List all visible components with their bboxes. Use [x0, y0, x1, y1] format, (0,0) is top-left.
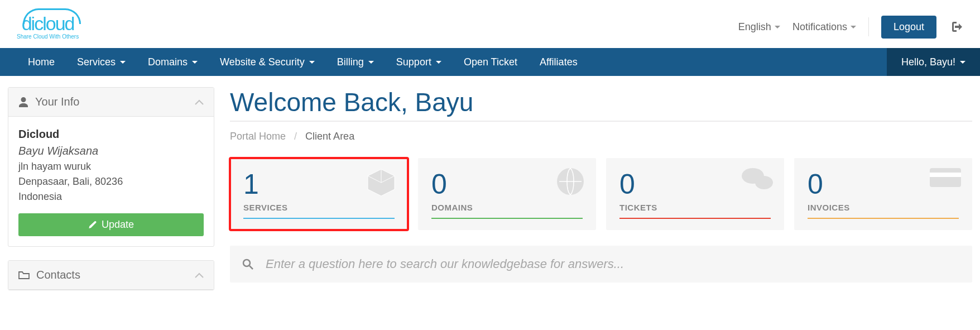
info-addr2: Denpasaar, Bali, 80236 — [18, 176, 123, 187]
your-info-header[interactable]: Your Info — [8, 88, 214, 117]
stat-tickets[interactable]: 0 TICKETS — [606, 158, 784, 230]
stat-services[interactable]: 1 SERVICES — [230, 158, 408, 230]
nav-user-dropdown[interactable]: Hello, Bayu! — [887, 48, 980, 76]
sign-out-icon[interactable] — [949, 20, 963, 34]
folder-icon — [18, 271, 30, 280]
user-icon — [18, 97, 28, 108]
stat-services-bar — [243, 218, 395, 219]
nav-support[interactable]: Support — [385, 48, 453, 76]
caret-down-icon — [436, 61, 441, 64]
kb-search — [230, 246, 972, 283]
info-name: Bayu Wijaksana — [18, 145, 98, 157]
notifications-dropdown[interactable]: Notifications — [792, 21, 856, 33]
notifications-label: Notifications — [792, 21, 847, 33]
your-info-title: Your Info — [35, 95, 79, 108]
stat-domains-bar — [431, 218, 583, 219]
stat-domains-label: DOMAINS — [431, 203, 583, 212]
pencil-icon — [88, 221, 97, 229]
chevron-up-icon — [195, 272, 204, 278]
caret-down-icon — [192, 61, 198, 64]
nav-left: Home Services Domains Website & Security… — [0, 48, 589, 76]
your-info-body: Dicloud Bayu Wijaksana jln hayam wuruk D… — [8, 117, 214, 213]
update-button[interactable]: Update — [18, 213, 204, 236]
nav-services[interactable]: Services — [66, 48, 137, 76]
stat-tickets-label: TICKETS — [619, 203, 771, 212]
title-divider — [230, 121, 972, 122]
stats-row: 1 SERVICES 0 DOMAINS 0 TICKETS — [230, 158, 972, 230]
search-icon — [242, 259, 253, 270]
stat-invoices-label: INVOICES — [808, 203, 959, 212]
page-container: Your Info Dicloud Bayu Wijaksana jln hay… — [0, 76, 980, 290]
credit-card-icon — [929, 166, 962, 189]
caret-down-icon — [851, 26, 856, 28]
topbar-right: English Notifications Logout — [738, 16, 963, 39]
caret-down-icon — [120, 61, 126, 64]
info-company: Dicloud — [18, 128, 59, 140]
chevron-up-icon — [195, 99, 204, 105]
svg-point-2 — [755, 176, 773, 189]
nav-domains[interactable]: Domains — [137, 48, 209, 76]
nav-services-label: Services — [77, 56, 116, 68]
nav-affiliates-label: Affiliates — [540, 56, 578, 68]
caret-down-icon — [309, 61, 315, 64]
info-addr3: Indonesia — [18, 191, 62, 202]
stat-tickets-bar — [619, 218, 771, 219]
stat-services-label: SERVICES — [243, 203, 395, 212]
logout-button[interactable]: Logout — [881, 16, 936, 39]
svg-rect-3 — [930, 168, 961, 187]
svg-rect-4 — [930, 173, 961, 177]
stat-invoices-bar — [808, 218, 959, 219]
breadcrumb: Portal Home / Client Area — [230, 131, 972, 142]
main-content: Welcome Back, Bayu Portal Home / Client … — [230, 87, 972, 290]
language-label: English — [738, 21, 771, 33]
nav-user-label: Hello, Bayu! — [901, 56, 955, 68]
logo-tagline: Share Cloud With Others — [17, 34, 79, 40]
update-label: Update — [102, 219, 134, 231]
topbar: dicloud Share Cloud With Others English … — [0, 0, 980, 48]
nav-support-label: Support — [396, 56, 431, 68]
svg-point-5 — [243, 260, 250, 266]
svg-line-6 — [249, 266, 253, 269]
logo-cloud-arc-icon — [23, 8, 81, 24]
breadcrumb-root[interactable]: Portal Home — [230, 131, 286, 142]
comments-icon — [741, 166, 774, 193]
contacts-panel: Contacts — [8, 260, 214, 290]
nav-home[interactable]: Home — [17, 48, 66, 76]
nav-open-ticket-label: Open Ticket — [464, 56, 517, 68]
language-dropdown[interactable]: English — [738, 21, 780, 33]
logo[interactable]: dicloud Share Cloud With Others — [17, 14, 79, 40]
stat-domains[interactable]: 0 DOMAINS — [418, 158, 596, 230]
caret-down-icon — [368, 61, 374, 64]
cube-icon — [364, 166, 398, 199]
nav-website-security[interactable]: Website & Security — [209, 48, 326, 76]
contacts-title: Contacts — [36, 269, 80, 281]
breadcrumb-active: Client Area — [305, 131, 354, 142]
sidebar: Your Info Dicloud Bayu Wijaksana jln hay… — [8, 87, 214, 290]
stat-invoices[interactable]: 0 INVOICES — [794, 158, 972, 230]
info-addr1: jln hayam wuruk — [18, 161, 91, 172]
nav-domains-label: Domains — [148, 56, 188, 68]
main-nav: Home Services Domains Website & Security… — [0, 48, 980, 76]
nav-billing-label: Billing — [337, 56, 364, 68]
logout-label: Logout — [893, 21, 924, 32]
globe-icon — [555, 166, 586, 197]
nav-billing[interactable]: Billing — [326, 48, 385, 76]
nav-website-security-label: Website & Security — [220, 56, 305, 68]
page-title: Welcome Back, Bayu — [230, 87, 972, 117]
kb-search-input[interactable] — [266, 257, 960, 271]
nav-open-ticket[interactable]: Open Ticket — [453, 48, 529, 76]
caret-down-icon — [960, 61, 965, 64]
divider — [868, 17, 869, 36]
breadcrumb-sep: / — [289, 131, 302, 142]
contacts-header[interactable]: Contacts — [8, 261, 214, 290]
nav-home-label: Home — [28, 56, 55, 68]
caret-down-icon — [775, 26, 780, 28]
nav-affiliates[interactable]: Affiliates — [529, 48, 589, 76]
your-info-panel: Your Info Dicloud Bayu Wijaksana jln hay… — [8, 87, 214, 247]
